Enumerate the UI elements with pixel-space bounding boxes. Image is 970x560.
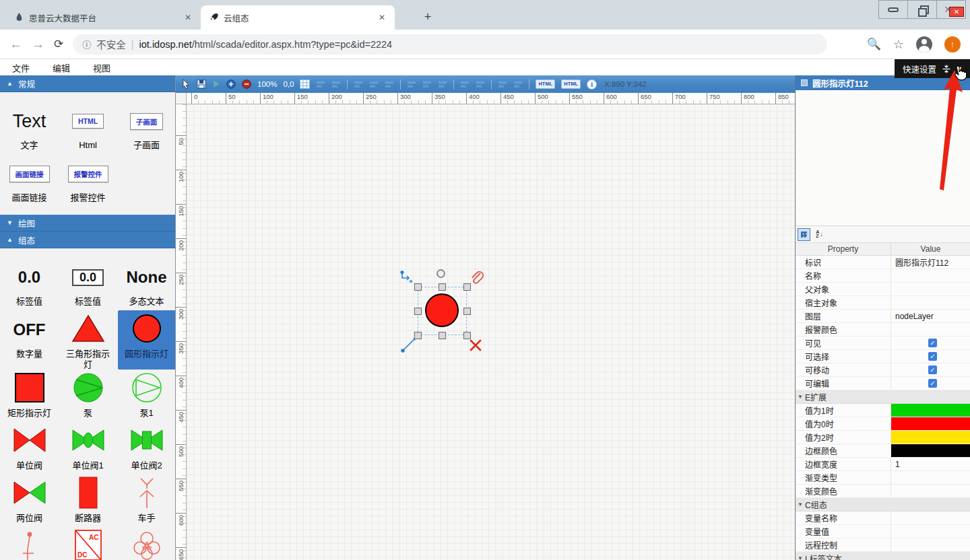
selection-handle[interactable] bbox=[414, 308, 422, 315]
scada-item-17[interactable]: ACDC逆变器 bbox=[59, 527, 117, 560]
scada-item-4[interactable]: OFF数字量 bbox=[1, 310, 59, 370]
property-value[interactable]: ✓ bbox=[891, 363, 970, 376]
scada-item-5[interactable]: 三角形指示灯 bbox=[59, 310, 117, 370]
property-row-23[interactable]: ▼L标签文本 bbox=[796, 552, 970, 560]
color-swatch[interactable] bbox=[891, 444, 970, 457]
checkbox-checked[interactable]: ✓ bbox=[928, 365, 937, 374]
property-value[interactable] bbox=[891, 283, 970, 295]
categorized-view-icon[interactable] bbox=[798, 228, 810, 241]
scada-item-11[interactable]: 单位阀1 bbox=[59, 422, 117, 475]
property-row-4[interactable]: 宿主对象 bbox=[796, 296, 970, 310]
property-value[interactable] bbox=[891, 444, 970, 457]
property-row-2[interactable]: 名称 bbox=[796, 269, 970, 283]
selection-handle[interactable] bbox=[463, 308, 471, 315]
property-value[interactable] bbox=[891, 296, 970, 309]
property-value[interactable]: nodeLayer bbox=[891, 310, 970, 322]
browser-update-icon[interactable]: ↑ bbox=[944, 36, 961, 53]
sidebar-section-drawing[interactable]: ▼ 绘图 bbox=[0, 215, 175, 232]
save-icon[interactable] bbox=[197, 79, 206, 89]
color-swatch[interactable] bbox=[891, 431, 970, 444]
bookmark-star-icon[interactable]: ☆ bbox=[893, 37, 904, 52]
restore-button[interactable] bbox=[907, 0, 937, 19]
new-tab-button[interactable]: + bbox=[419, 8, 437, 26]
attach-paperclip-icon[interactable] bbox=[470, 271, 484, 287]
menu-item-3[interactable]: 视图 bbox=[93, 61, 110, 74]
tab-2[interactable]: 云组态✕ bbox=[201, 5, 395, 30]
property-row-10[interactable]: 可编辑✓ bbox=[796, 377, 970, 390]
zoom-in-icon[interactable] bbox=[226, 79, 236, 89]
property-row-19[interactable]: ▼C组态 bbox=[796, 498, 970, 512]
scada-item-8[interactable]: 泵 bbox=[59, 370, 117, 422]
scada-item-7[interactable]: 矩形指示灯 bbox=[1, 370, 59, 422]
property-value[interactable]: ✓ bbox=[891, 337, 970, 349]
property-row-8[interactable]: 可选择✓ bbox=[796, 350, 970, 363]
scada-item-6[interactable]: 圆形指示灯 bbox=[118, 310, 176, 370]
color-swatch[interactable] bbox=[891, 404, 970, 417]
scada-item-18[interactable]: PT bbox=[118, 527, 176, 560]
quick-settings-button[interactable]: 快速设置 ▼ bbox=[895, 59, 970, 78]
tab-close-icon[interactable]: ✕ bbox=[182, 13, 194, 22]
close-button[interactable]: ✕ ✕ bbox=[936, 0, 966, 19]
property-row-3[interactable]: 父对象 bbox=[796, 283, 970, 296]
property-value[interactable]: 1 bbox=[891, 458, 970, 470]
general-item-2[interactable]: HTMLHtml bbox=[59, 102, 117, 154]
menu-item-1[interactable]: 文件 bbox=[12, 61, 30, 74]
color-swatch[interactable] bbox=[891, 417, 970, 430]
property-value[interactable] bbox=[891, 417, 970, 430]
address-input[interactable]: ⓘ 不安全 | iot.idosp.net/html/scada/editor.… bbox=[73, 34, 827, 55]
property-value[interactable] bbox=[891, 471, 970, 484]
property-row-15[interactable]: 边框颜色 bbox=[796, 444, 970, 458]
html-export-icon[interactable]: HTML bbox=[536, 79, 555, 89]
property-row-14[interactable]: 值为2时 bbox=[796, 431, 970, 444]
page-info-icon[interactable]: ⓘ bbox=[82, 38, 91, 50]
general-item-4[interactable]: 画面链接画面链接 bbox=[1, 154, 59, 207]
property-row-6[interactable]: 报警颜色 bbox=[796, 323, 970, 337]
property-row-17[interactable]: 渐变类型 bbox=[796, 471, 970, 485]
menu-item-2[interactable]: 编辑 bbox=[53, 61, 70, 74]
property-row-21[interactable]: 变量值 bbox=[796, 525, 970, 538]
tab-1[interactable]: 思普云大数据平台✕ bbox=[7, 5, 201, 30]
browser-zoom-icon[interactable]: 🔍 bbox=[867, 37, 881, 51]
tab-close-icon[interactable]: ✕ bbox=[376, 13, 388, 22]
rotate-handle[interactable] bbox=[437, 269, 445, 278]
scada-item-10[interactable]: 单位阀 bbox=[1, 422, 59, 475]
sidebar-section-general[interactable]: ▲ 常规 bbox=[0, 75, 175, 92]
canvas-grid-icon[interactable] bbox=[300, 79, 310, 89]
scada-item-9[interactable]: 泵1 bbox=[118, 370, 176, 422]
info-icon[interactable]: i bbox=[587, 79, 597, 90]
general-item-5[interactable]: 报警控件报警控件 bbox=[59, 154, 117, 207]
property-value[interactable] bbox=[891, 323, 970, 336]
general-item-1[interactable]: Text文字 bbox=[1, 102, 59, 154]
property-value[interactable] bbox=[891, 269, 970, 282]
property-row-22[interactable]: 远程控制 bbox=[796, 538, 970, 552]
property-row-16[interactable]: 边框宽度1 bbox=[796, 458, 970, 471]
delete-x-icon[interactable] bbox=[469, 339, 482, 352]
property-value[interactable] bbox=[891, 538, 970, 551]
property-row-11[interactable]: ▼E扩展 bbox=[796, 390, 970, 404]
selected-circle-indicator[interactable] bbox=[425, 293, 459, 327]
property-row-7[interactable]: 可见✓ bbox=[796, 337, 970, 350]
scada-item-12[interactable]: 单位阀2 bbox=[118, 422, 176, 475]
zoom-out-icon[interactable] bbox=[242, 79, 251, 89]
property-value[interactable] bbox=[891, 512, 970, 524]
forward-button[interactable]: → bbox=[32, 37, 44, 52]
selection-handle[interactable] bbox=[414, 332, 422, 339]
sort-az-icon[interactable]: AZ↓ bbox=[813, 228, 826, 241]
property-row-13[interactable]: 值为0时 bbox=[796, 417, 970, 431]
scada-item-3[interactable]: None多态文本 bbox=[118, 258, 176, 310]
scada-item-13[interactable]: 两位阀 bbox=[1, 475, 59, 527]
selection-handle[interactable] bbox=[463, 332, 471, 339]
scada-item-14[interactable]: 断路器 bbox=[59, 475, 117, 527]
property-row-1[interactable]: 标识圆形指示灯112 bbox=[796, 256, 970, 269]
property-value[interactable] bbox=[891, 525, 970, 538]
select-tool-icon[interactable] bbox=[181, 79, 191, 90]
sidebar-section-scada[interactable]: ▲ 组态 bbox=[0, 232, 175, 248]
property-value[interactable]: ✓ bbox=[891, 377, 970, 390]
html-import-icon[interactable]: HTML bbox=[561, 79, 581, 89]
property-value[interactable] bbox=[891, 431, 970, 444]
connect-tool-icon[interactable] bbox=[399, 270, 414, 285]
property-row-20[interactable]: 变量名称 bbox=[796, 512, 970, 525]
property-row-9[interactable]: 可移动✓ bbox=[796, 363, 970, 377]
property-value[interactable] bbox=[891, 404, 970, 417]
selection-handle[interactable] bbox=[463, 283, 471, 291]
